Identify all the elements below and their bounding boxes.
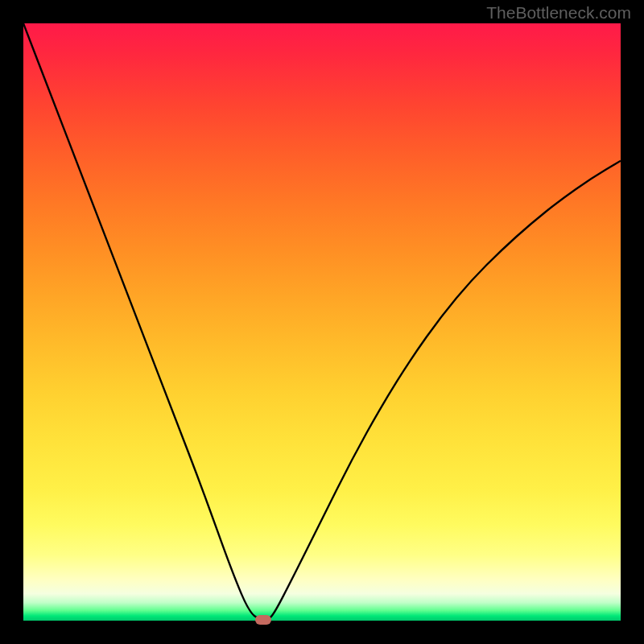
optimal-point-marker [255,615,271,625]
chart-area [23,23,621,621]
chart-curve-svg [23,23,621,621]
bottleneck-curve-path [23,23,621,620]
watermark-text: TheBottleneck.com [486,3,631,23]
